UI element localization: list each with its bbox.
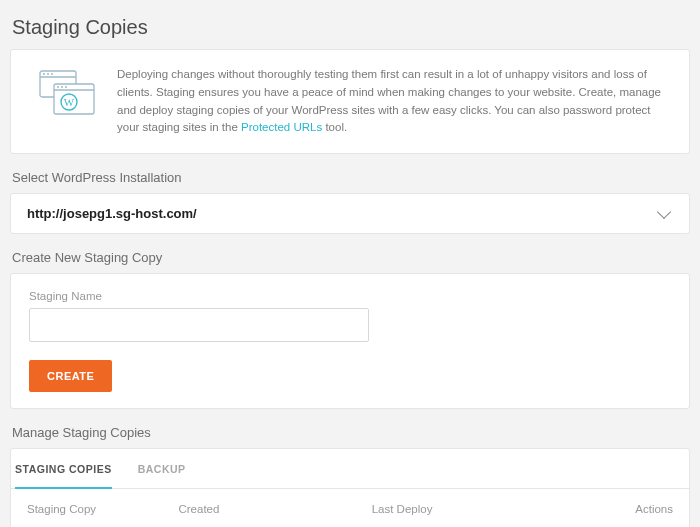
- wordpress-installation-select[interactable]: http://josepg1.sg-host.com/: [10, 193, 690, 234]
- protected-urls-link[interactable]: Protected URLs: [241, 121, 322, 133]
- tab-staging-copies[interactable]: STAGING COPIES: [15, 449, 112, 489]
- svg-point-9: [65, 86, 67, 88]
- intro-panel: W Deploying changes without thoroughly t…: [10, 49, 690, 154]
- staging-copies-table: Staging Copy Created Last Deploy Actions…: [11, 489, 689, 527]
- svg-point-2: [43, 73, 45, 75]
- page-title: Staging Copies: [12, 16, 690, 39]
- svg-point-4: [51, 73, 53, 75]
- manage-tabs: STAGING COPIES BACKUP: [11, 449, 689, 489]
- staging-name-input[interactable]: [29, 308, 369, 342]
- create-staging-panel: Staging Name CREATE: [10, 273, 690, 409]
- tab-backup[interactable]: BACKUP: [138, 449, 186, 489]
- chevron-down-icon: [657, 205, 671, 219]
- staging-name-label: Staging Name: [29, 290, 671, 302]
- create-section-label: Create New Staging Copy: [12, 250, 690, 265]
- col-last-deploy: Last Deploy: [356, 489, 549, 527]
- svg-point-8: [61, 86, 63, 88]
- manage-staging-panel: STAGING COPIES BACKUP Staging Copy Creat…: [10, 448, 690, 527]
- col-actions: Actions: [549, 489, 689, 527]
- svg-point-7: [57, 86, 59, 88]
- create-button[interactable]: CREATE: [29, 360, 112, 392]
- staging-illustration-icon: W: [29, 66, 95, 119]
- select-installation-label: Select WordPress Installation: [12, 170, 690, 185]
- intro-suffix: tool.: [322, 121, 347, 133]
- svg-point-3: [47, 73, 49, 75]
- select-value: http://josepg1.sg-host.com/: [27, 206, 197, 221]
- intro-copy: Deploying changes without thoroughly tes…: [117, 68, 661, 133]
- svg-text:W: W: [64, 96, 75, 108]
- col-staging-copy: Staging Copy: [11, 489, 162, 527]
- intro-text: Deploying changes without thoroughly tes…: [117, 66, 671, 137]
- manage-section-label: Manage Staging Copies: [12, 425, 690, 440]
- col-created: Created: [162, 489, 355, 527]
